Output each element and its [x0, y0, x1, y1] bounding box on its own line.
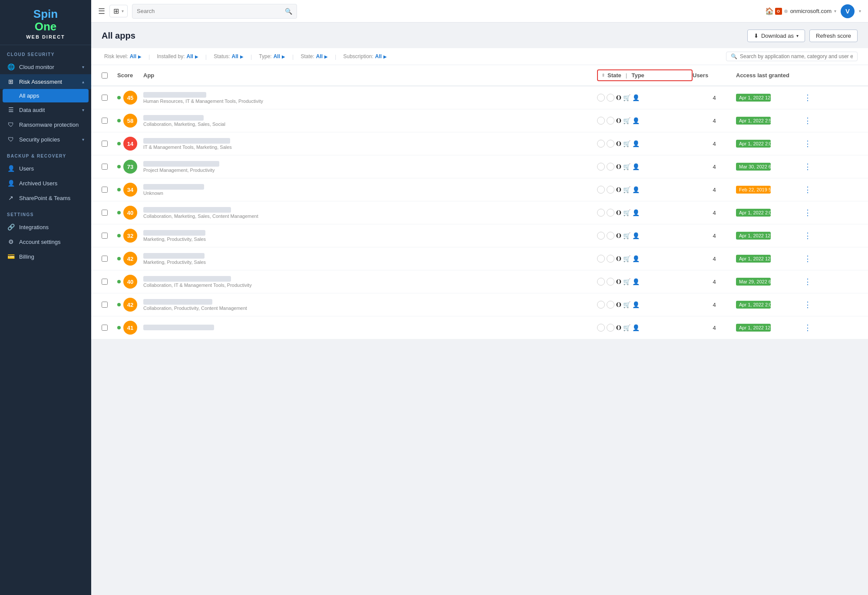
table-row[interactable]: 14 IT & Management Tools, Marketing, Sal…: [91, 132, 868, 155]
row-checkbox[interactable]: [102, 187, 108, 193]
table-row[interactable]: 40 Collaboration, IT & Management Tools,…: [91, 270, 868, 293]
home-icon: 🏠: [765, 7, 774, 15]
more-options-button[interactable]: ⋮: [771, 139, 845, 148]
row-checkbox-cell[interactable]: [102, 118, 117, 124]
sidebar-item-ransomware-protection[interactable]: 🛡 Ransomware protection: [0, 117, 91, 132]
filter-subscription[interactable]: Subscription: All ▶: [340, 52, 389, 61]
refresh-score-button[interactable]: Refresh score: [809, 30, 858, 42]
more-options-button[interactable]: ⋮: [771, 162, 845, 171]
row-checkbox[interactable]: [102, 95, 108, 101]
header-checkbox-cell[interactable]: [102, 72, 117, 79]
table-row[interactable]: 41 𝐎 🛒 👤 4 Apr 1, 2022 12:33:18 PM ⋮: [91, 316, 868, 339]
sidebar-item-sharepoint-teams[interactable]: ↗ SharePoint & Teams: [0, 191, 91, 205]
row-checkbox[interactable]: [102, 164, 108, 170]
filter-status[interactable]: Status: All ▶: [211, 52, 246, 61]
sidebar-item-label: Billing: [19, 253, 34, 260]
row-checkbox-cell[interactable]: [102, 164, 117, 170]
row-checkbox[interactable]: [102, 302, 108, 308]
score-badge: 14: [123, 137, 137, 151]
row-checkbox-cell[interactable]: [102, 233, 117, 239]
sidebar-item-security-policies[interactable]: 🛡 Security policies ▾: [0, 132, 91, 147]
filter-sep-2: |: [205, 53, 207, 60]
hamburger-menu-icon[interactable]: ☰: [98, 7, 105, 16]
filter-state[interactable]: State: All ▶: [298, 52, 330, 61]
microsoft-icon: O: [775, 8, 782, 15]
more-options-button[interactable]: ⋮: [771, 300, 845, 309]
table-row[interactable]: 42 Marketing, Productivity, Sales 𝐎 🛒 👤 …: [91, 247, 868, 270]
sidebar-item-data-audit[interactable]: ☰ Data audit ▾: [0, 102, 91, 117]
row-checkbox[interactable]: [102, 279, 108, 285]
row-checkbox-cell[interactable]: [102, 325, 117, 331]
row-checkbox-cell[interactable]: [102, 302, 117, 308]
avatar[interactable]: V: [841, 4, 855, 18]
more-options-button[interactable]: ⋮: [771, 185, 845, 194]
table-row[interactable]: 45 Human Resources, IT & Management Tool…: [91, 86, 868, 109]
table-row[interactable]: 73 Project Management, Productivity 𝐎 🛒 …: [91, 155, 868, 178]
table-search-input[interactable]: [740, 53, 853, 59]
more-options-button[interactable]: ⋮: [771, 116, 845, 125]
avatar-chevron-icon[interactable]: ▾: [859, 9, 861, 13]
filter-risk-level-value: All: [130, 53, 136, 59]
filter-type-value: All: [274, 53, 280, 59]
row-checkbox-cell[interactable]: [102, 256, 117, 262]
row-checkbox-cell[interactable]: [102, 95, 117, 101]
row-checkbox-cell[interactable]: [102, 279, 117, 285]
sidebar-item-billing[interactable]: 💳 Billing: [0, 249, 91, 264]
select-all-checkbox[interactable]: [102, 72, 108, 79]
date-cell: Feb 22, 2019 5:07:09 PM: [736, 186, 771, 194]
download-as-button[interactable]: ⬇ Download as ▾: [747, 30, 805, 42]
state-icon-1: [597, 255, 605, 263]
table-row[interactable]: 40 Collaboration, Marketing, Sales, Cont…: [91, 201, 868, 224]
more-options-button[interactable]: ⋮: [771, 277, 845, 286]
app-name: [143, 92, 206, 98]
row-checkbox-cell[interactable]: [102, 187, 117, 193]
more-options-button[interactable]: ⋮: [771, 93, 845, 102]
score-badge: 42: [123, 252, 137, 266]
sidebar-item-integrations[interactable]: 🔗 Integrations: [0, 220, 91, 234]
row-checkbox[interactable]: [102, 256, 108, 262]
more-options-button[interactable]: ⋮: [771, 323, 845, 332]
microsoft-type-icon: 𝐎: [616, 255, 621, 263]
sidebar-item-account-settings[interactable]: ⚙ Account settings: [0, 234, 91, 249]
table-search-box[interactable]: 🔍: [726, 52, 858, 61]
grid-icon: ⊞: [7, 78, 15, 85]
sidebar-sub-item-label: All apps: [19, 92, 39, 99]
filter-risk-level[interactable]: Risk level: All ▶: [102, 52, 144, 61]
row-checkbox[interactable]: [102, 325, 108, 331]
share-icon: ↗: [7, 194, 15, 201]
table-row[interactable]: 42 Collaboration, Productivity, Content …: [91, 293, 868, 316]
row-checkbox[interactable]: [102, 210, 108, 216]
more-options-button[interactable]: ⋮: [771, 208, 845, 217]
row-checkbox[interactable]: [102, 233, 108, 239]
global-search-box[interactable]: 🔍: [132, 4, 297, 19]
link-icon: 🔗: [7, 224, 15, 230]
filter-type[interactable]: Type: All ▶: [256, 52, 288, 61]
chevron-down-icon: ▾: [82, 108, 84, 112]
sidebar-item-risk-assessment[interactable]: ⊞ Risk Assessment ▴: [0, 74, 91, 89]
table-row[interactable]: 32 Marketing, Productivity, Sales 𝐎 🛒 👤 …: [91, 224, 868, 247]
row-checkbox-cell[interactable]: [102, 141, 117, 147]
app-selector[interactable]: ⊞ ▾: [109, 5, 128, 17]
more-options-button[interactable]: ⋮: [771, 254, 845, 263]
state-icon-1: [597, 186, 605, 194]
microsoft-type-icon: 𝐎: [616, 301, 621, 309]
table-row[interactable]: 34 Unknown 𝐎 🛒 👤 4 Feb 22, 2019 5:07:09 …: [91, 178, 868, 201]
table-row[interactable]: 58 Collaboration, Marketing, Sales, Soci…: [91, 109, 868, 132]
domain-chevron-icon: ▾: [834, 9, 836, 13]
sidebar-item-archived-users[interactable]: 👤 Archived Users: [0, 176, 91, 191]
filter-type-label: Type:: [259, 53, 271, 59]
row-checkbox-cell[interactable]: [102, 210, 117, 216]
page-content: All apps ⬇ Download as ▾ Refresh score R…: [91, 23, 868, 595]
domain-selector[interactable]: 🏠 O onmicrosoft.com ▾: [765, 7, 836, 15]
state-icon-1: [597, 163, 605, 171]
filter-installed-by[interactable]: Installed by: All ▶: [154, 52, 201, 61]
sidebar-item-cloud-monitor[interactable]: 🌐 Cloud monitor ▾: [0, 59, 91, 74]
row-checkbox[interactable]: [102, 141, 108, 147]
domain-icons: 🏠 O: [765, 7, 788, 15]
sidebar-item-all-apps[interactable]: All apps: [3, 89, 89, 102]
date-cell: Apr 1, 2022 12:33:18 PM: [736, 324, 771, 332]
more-options-button[interactable]: ⋮: [771, 231, 845, 240]
row-checkbox[interactable]: [102, 118, 108, 124]
sidebar-item-users[interactable]: 👤 Users: [0, 161, 91, 176]
search-input[interactable]: [137, 8, 285, 14]
